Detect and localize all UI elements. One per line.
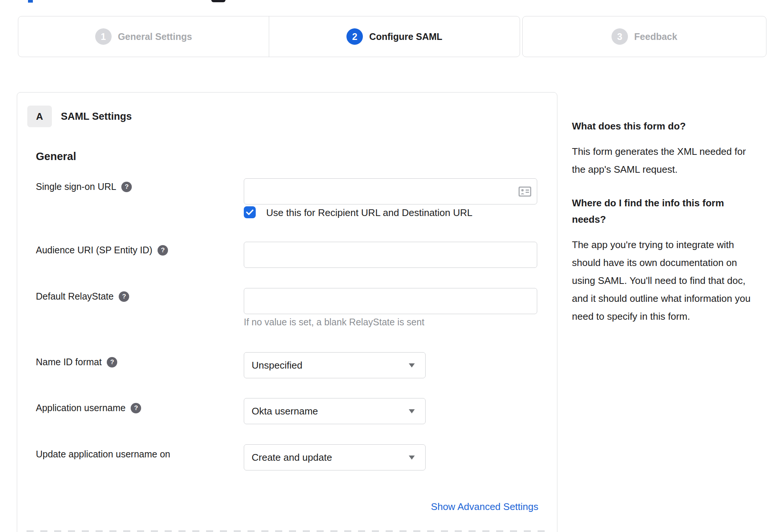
wizard-stepper: 1 General Settings 2 Configure SAML — [18, 16, 520, 57]
clipped-blue-fragment — [28, 0, 33, 3]
help-body: The app you're trying to integrate with … — [572, 236, 760, 325]
section-title: SAML Settings — [61, 106, 132, 127]
step-number-badge: 1 — [95, 28, 112, 45]
help-icon[interactable]: ? — [121, 182, 132, 192]
application-username-label: Application username ? — [36, 403, 141, 413]
update-username-label: Update application username on — [36, 449, 170, 460]
saml-settings-panel: A SAML Settings General Single sign-on U… — [17, 92, 557, 532]
help-icon[interactable]: ? — [107, 357, 117, 367]
help-heading: Where do I find the info this form needs… — [572, 195, 760, 228]
step-number-badge: 3 — [612, 28, 628, 45]
contact-card-icon — [519, 187, 531, 197]
step-label: Feedback — [634, 31, 677, 42]
section-a-badge: A — [27, 106, 52, 127]
sso-url-label: Single sign-on URL ? — [36, 181, 132, 192]
update-username-select[interactable]: Create and update — [244, 444, 426, 470]
relaystate-hint: If no value is set, a blank RelayState i… — [244, 317, 424, 328]
step-label: Configure SAML — [369, 31, 442, 42]
recipient-url-checkbox-label: Use this for Recipient URL and Destinati… — [266, 207, 473, 219]
help-icon[interactable]: ? — [131, 403, 141, 413]
help-sidebar: What does this form do? This form genera… — [572, 118, 760, 342]
step-number-badge: 2 — [346, 28, 363, 45]
selected-value: Okta username — [252, 406, 409, 417]
show-advanced-settings-link[interactable]: Show Advanced Settings — [431, 501, 538, 513]
help-icon[interactable]: ? — [158, 245, 168, 256]
check-icon — [246, 209, 253, 215]
sso-url-input[interactable] — [244, 178, 537, 204]
wizard-stepper-feedback: 3 Feedback — [522, 16, 766, 57]
caret-down-icon — [409, 456, 415, 460]
relaystate-input[interactable] — [244, 288, 537, 314]
selected-value: Unspecified — [252, 360, 409, 371]
audience-uri-field-wrap — [244, 242, 537, 268]
audience-uri-label: Audience URI (SP Entity ID) ? — [36, 245, 168, 256]
help-body: This form generates the XML needed for t… — [572, 143, 760, 178]
step-feedback[interactable]: 3 Feedback — [523, 16, 766, 57]
section-dashed-divider — [27, 531, 548, 532]
step-configure-saml[interactable]: 2 Configure SAML — [269, 16, 520, 57]
audience-uri-input[interactable] — [244, 242, 537, 268]
relaystate-field-wrap — [244, 288, 537, 314]
help-heading: What does this form do? — [572, 118, 760, 134]
step-general-settings[interactable]: 1 General Settings — [18, 16, 269, 57]
caret-down-icon — [409, 363, 415, 367]
recipient-url-checkbox[interactable] — [244, 206, 256, 218]
name-id-format-label: Name ID format ? — [36, 357, 117, 367]
selected-value: Create and update — [252, 452, 409, 463]
caret-down-icon — [409, 409, 415, 413]
application-username-select[interactable]: Okta username — [244, 398, 426, 424]
step-label: General Settings — [118, 31, 192, 42]
help-icon[interactable]: ? — [119, 291, 129, 302]
sso-url-field-wrap — [244, 178, 537, 204]
relaystate-label: Default RelayState ? — [36, 291, 129, 302]
name-id-format-select[interactable]: Unspecified — [244, 352, 426, 378]
group-title-general: General — [36, 150, 76, 163]
clipped-app-logo-fragment — [211, 0, 225, 2]
